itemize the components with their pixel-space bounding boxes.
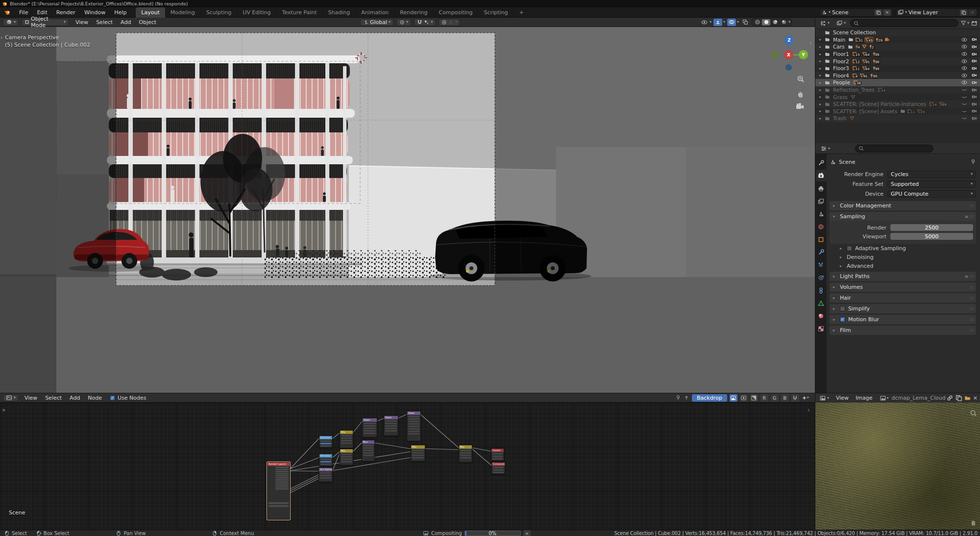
node-glare[interactable]: Glare xyxy=(384,415,398,436)
scene-unlink-button[interactable]: × xyxy=(883,9,891,16)
add-workspace-button[interactable]: + xyxy=(514,7,529,18)
backdrop-button[interactable]: Backdrop xyxy=(692,394,727,402)
disclosure-arrow[interactable]: ▸ xyxy=(833,274,837,279)
scene-copy-button[interactable] xyxy=(875,9,882,16)
menu-help[interactable]: Help xyxy=(110,7,131,18)
region-expand-arrow[interactable]: › xyxy=(0,35,2,40)
shading-material-button[interactable] xyxy=(771,19,779,26)
disable-in-render-camera-icon[interactable] xyxy=(971,102,977,107)
disable-in-render-camera-icon[interactable] xyxy=(971,87,977,93)
disclosure-arrow[interactable]: ▸ xyxy=(833,285,837,289)
pan-hand-icon[interactable] xyxy=(797,90,805,98)
pivot-point-dropdown[interactable]: ▾ xyxy=(396,19,411,26)
disable-in-render-camera-icon[interactable] xyxy=(971,66,977,71)
channel-r-button[interactable]: R xyxy=(760,394,768,402)
properties-tab-world[interactable] xyxy=(816,221,827,232)
scene-selector[interactable]: ▾ Scene × xyxy=(819,8,893,17)
preset-menu-icon[interactable]: ≡ xyxy=(965,214,968,219)
node-viewer[interactable]: Viewer xyxy=(491,448,504,461)
gizmos-dropdown[interactable]: ▾ xyxy=(713,19,725,26)
menu-file[interactable]: File xyxy=(15,7,32,18)
outliner-row[interactable]: ▸Main314929 xyxy=(815,36,980,44)
unlink-image-icon[interactable]: × xyxy=(973,395,978,401)
property-dropdown[interactable]: Cycles▾ xyxy=(887,171,976,178)
outliner-row[interactable]: ▸Floor449599 xyxy=(815,72,980,79)
view-layer-remove-button[interactable]: × xyxy=(969,9,976,16)
hide-in-viewport-eye-icon[interactable] xyxy=(961,44,967,50)
workspace-tab-animation[interactable]: Animation xyxy=(356,7,394,18)
disclosure-arrow[interactable]: ▸ xyxy=(833,306,837,311)
visibility-dropdown[interactable]: ▾ xyxy=(700,19,711,26)
xray-toggle[interactable] xyxy=(741,19,750,26)
node-mix[interactable]: Mix xyxy=(459,445,472,462)
properties-tab-constraints[interactable] xyxy=(816,284,827,296)
preset-menu-icon[interactable]: ≡ xyxy=(965,274,968,279)
adaptive-sampling-checkbox[interactable] xyxy=(847,246,852,251)
outliner-row[interactable]: ▸Cars42 xyxy=(815,43,980,51)
properties-tab-material[interactable] xyxy=(816,310,827,322)
expand-arrow[interactable]: ▸ xyxy=(819,80,823,85)
node-mix[interactable]: Mix xyxy=(340,430,353,448)
section-header-color-management[interactable]: ▸Color Management∷ xyxy=(830,201,976,210)
outliner-row[interactable]: ▸SCATTER: [Scene] Particle-Instances1469 xyxy=(815,101,980,108)
gizmo-neg-y-axis[interactable] xyxy=(772,51,778,58)
image-name-field[interactable]: dcmap_Lema_Cloud... xyxy=(892,395,946,401)
node-glare[interactable]: Glare xyxy=(362,418,377,437)
editor-type-button[interactable]: ▾ xyxy=(3,19,19,26)
hide-in-viewport-eye-icon[interactable] xyxy=(961,65,967,71)
section-header-film[interactable]: ▸Film∷ xyxy=(830,326,976,335)
region-arrow-right[interactable]: ‹ xyxy=(808,407,810,413)
node-mix[interactable]: Mix xyxy=(411,445,425,461)
section-header-sampling[interactable]: ▾Sampling≡∷ xyxy=(830,212,976,221)
properties-tab-particles[interactable] xyxy=(816,259,827,271)
menu-window[interactable]: Window xyxy=(80,7,110,18)
compositor-editor-type-button[interactable]: ▾ xyxy=(3,394,19,402)
image-zoom-icon[interactable] xyxy=(970,409,977,417)
hide-in-viewport-eye-icon[interactable] xyxy=(961,73,967,78)
gizmo-z-axis[interactable]: Z xyxy=(784,35,794,45)
section-header-denoising[interactable]: ▸Denoising xyxy=(830,253,976,261)
section-header-motion-blur[interactable]: ▸✓Motion Blur∷ xyxy=(830,315,976,324)
overlays-dropdown[interactable]: ▾ xyxy=(727,19,739,26)
compositor-menu-view[interactable]: View xyxy=(21,393,41,403)
image-menu-view[interactable]: View xyxy=(833,393,852,403)
outliner-scene-mode-dropdown[interactable]: ▾ xyxy=(834,20,848,27)
channel-color-alpha-button[interactable] xyxy=(730,394,737,402)
properties-editor-type-button[interactable]: ▾ xyxy=(818,145,833,152)
disclosure-arrow[interactable]: ▾ xyxy=(833,214,837,219)
disable-in-render-camera-icon[interactable] xyxy=(971,80,977,85)
disclosure-arrow[interactable]: ▸ xyxy=(840,246,844,251)
expand-arrow[interactable]: ▸ xyxy=(819,95,823,99)
new-collection-button[interactable] xyxy=(971,20,978,26)
shading-rendered-button[interactable] xyxy=(780,19,788,26)
workspace-tab-uv-editing[interactable]: UV Editing xyxy=(237,7,276,18)
field-value-slider[interactable]: 2500 xyxy=(890,224,973,231)
workspace-tab-shading[interactable]: Shading xyxy=(323,7,356,18)
outliner-row[interactable]: ▸People38 xyxy=(815,79,980,86)
disclosure-arrow[interactable]: ▸ xyxy=(833,204,837,208)
hide-in-viewport-eye-icon[interactable] xyxy=(961,37,967,43)
outliner-row[interactable]: ▸Grass xyxy=(815,93,980,101)
use-nodes-toggle[interactable]: ✓ Use Nodes xyxy=(110,395,147,401)
property-dropdown[interactable]: Supported▾ xyxy=(887,180,976,188)
channel-b-button[interactable]: B xyxy=(781,394,789,402)
field-value-slider[interactable]: 5000 xyxy=(890,233,973,240)
blender-menu-icon[interactable] xyxy=(0,9,15,15)
expand-arrow[interactable]: ▸ xyxy=(819,66,823,71)
expand-arrow[interactable]: ▸ xyxy=(819,116,823,121)
node-glare[interactable]: Glare xyxy=(407,411,421,441)
properties-tab-object[interactable] xyxy=(816,233,827,245)
disable-in-render-camera-icon[interactable] xyxy=(971,73,977,78)
expand-arrow[interactable]: ▸ xyxy=(819,45,823,49)
section-header-volumes[interactable]: ▸Volumes∷ xyxy=(830,282,976,292)
expand-arrow[interactable]: ▸ xyxy=(819,102,823,106)
camera-view-icon[interactable] xyxy=(796,103,805,110)
expand-arrow[interactable]: ▸ xyxy=(819,52,823,56)
gizmo-neg-z-axis[interactable] xyxy=(785,64,792,71)
section-header-adaptive-sampling[interactable]: ▸Adaptive Sampling xyxy=(830,244,976,253)
simplify-checkbox[interactable] xyxy=(840,306,845,311)
property-dropdown[interactable]: GPU Compute▾ xyxy=(887,190,976,198)
use-nodes-checkbox[interactable]: ✓ xyxy=(110,395,115,401)
cancel-job-button[interactable]: × xyxy=(523,530,531,536)
hidden-eye-icon[interactable] xyxy=(961,115,967,121)
